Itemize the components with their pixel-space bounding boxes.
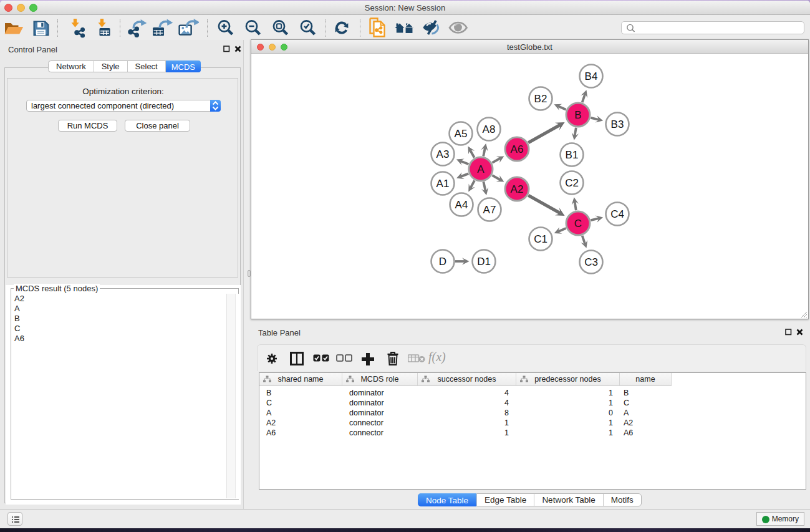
svg-text:B1: B1 bbox=[566, 149, 579, 161]
svg-text:A1: A1 bbox=[436, 178, 450, 190]
svg-text:C4: C4 bbox=[610, 208, 624, 220]
svg-text:C2: C2 bbox=[565, 177, 579, 189]
svg-text:A5: A5 bbox=[455, 128, 468, 140]
svg-text:A4: A4 bbox=[455, 199, 468, 211]
svg-text:B: B bbox=[574, 109, 581, 121]
svg-text:A7: A7 bbox=[483, 204, 496, 216]
svg-text:B2: B2 bbox=[534, 93, 547, 105]
svg-text:A2: A2 bbox=[511, 183, 524, 195]
svg-text:D: D bbox=[439, 256, 446, 268]
svg-text:A8: A8 bbox=[483, 123, 496, 135]
svg-text:B3: B3 bbox=[611, 118, 624, 130]
svg-text:C: C bbox=[574, 218, 582, 230]
svg-text:A6: A6 bbox=[511, 143, 524, 155]
svg-text:D1: D1 bbox=[477, 256, 491, 268]
svg-text:A: A bbox=[477, 163, 485, 175]
svg-text:B4: B4 bbox=[585, 70, 598, 82]
svg-text:C3: C3 bbox=[584, 256, 598, 268]
svg-text:A3: A3 bbox=[436, 148, 450, 160]
svg-text:C1: C1 bbox=[534, 233, 547, 245]
